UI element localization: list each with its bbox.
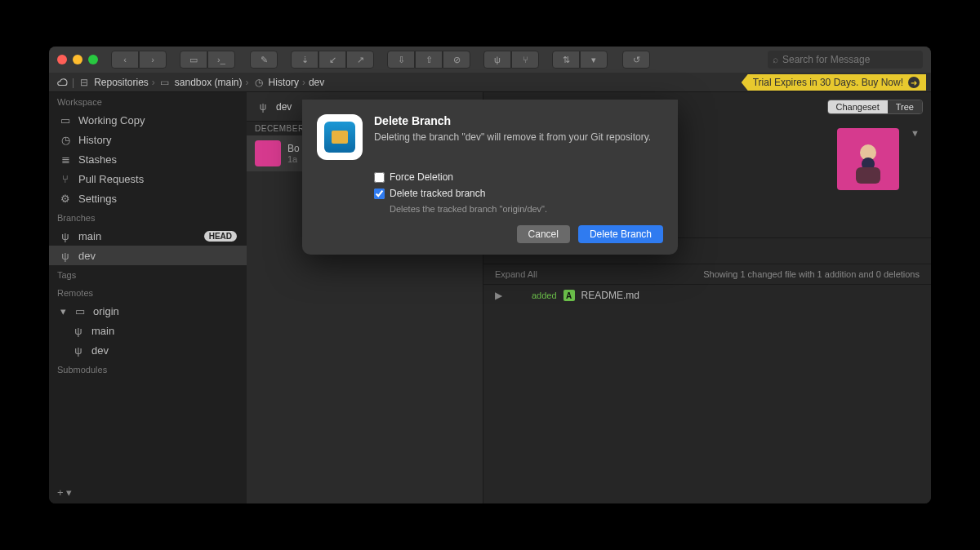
sidebar-item-history[interactable]: ◷History [49,130,247,149]
crumb-repositories[interactable]: Repositories [94,77,149,88]
expand-row: Expand All Showing 1 changed file with 1… [483,264,931,285]
gitflow-menu-button[interactable]: ▾ [580,51,608,69]
delete-tracked-label: Delete tracked branch [390,188,485,199]
search-input[interactable]: ⌕ Search for Message [768,51,923,69]
avatar-large [837,128,899,190]
fullscreen-window-icon[interactable] [88,55,98,64]
sidebar-item-working-copy[interactable]: ▭Working Copy [49,110,247,130]
commit-author: Bo [287,143,300,154]
commit-preview: 1a [287,154,300,164]
disclosure-icon[interactable]: ▼ [907,128,920,138]
force-deletion-checkbox[interactable]: Force Deletion [374,171,663,183]
search-icon: ⌕ [773,54,778,65]
commit-list-title: dev [276,101,292,113]
branch-main[interactable]: ψ main HEAD [49,226,247,246]
workspace-header: Workspace [49,92,247,110]
avatar [255,140,281,166]
remotes-header: Remotes [49,283,247,301]
tab-tree[interactable]: Tree [888,100,922,113]
expand-all-button[interactable]: Expand All [495,269,537,279]
history-crumb-icon: ◷ [252,77,265,88]
remote-origin[interactable]: ▾ ▭ origin [49,301,247,321]
remote-branch-dev[interactable]: ψdev [49,340,247,360]
nav-back-button[interactable]: ‹ [111,51,139,69]
branch-icon: ψ [59,250,72,262]
force-deletion-input[interactable] [374,172,385,183]
tools-button[interactable]: ✎ [250,51,278,69]
title-bar: ‹ › ▭ ›_ ✎ ⇣ ↙ ↗ ⇩ ⇧ ⊘ ψ ⑂ ⇅ ▾ ↺ [49,47,931,73]
submodules-header: Submodules [49,360,247,378]
minimize-window-icon[interactable] [73,55,82,64]
crumb-history[interactable]: History [269,77,299,88]
branch-icon: ψ [59,230,72,242]
sidebar: Workspace ▭Working Copy ◷History ≣Stashe… [49,92,247,503]
stashes-icon: ≣ [59,153,72,166]
branch-button[interactable]: ψ [483,51,511,69]
cancel-button[interactable]: Cancel [517,225,570,243]
sidebar-item-pull-requests[interactable]: ⑂Pull Requests [49,169,247,189]
svg-rect-2 [856,167,880,184]
gear-icon: ⚙ [59,193,72,205]
delete-tracked-input[interactable] [374,189,385,199]
cloud-icon [56,77,69,88]
file-status: added [532,291,557,300]
discard-button[interactable]: ⊘ [443,51,470,69]
changes-summary: Showing 1 changed file with 1 addition a… [703,269,920,279]
app-icon [317,114,363,160]
dialog-title: Delete Branch [374,114,651,127]
arrow-right-icon: ➜ [908,77,920,88]
disk-icon: ⊟ [78,77,91,88]
sidebar-item-settings[interactable]: ⚙Settings [49,189,247,208]
tab-changeset[interactable]: Changeset [828,100,888,113]
unstash-button[interactable]: ⇧ [415,51,443,69]
branch-icon: ψ [72,325,85,337]
finder-button[interactable]: ▭ [180,51,207,69]
sidebar-add-button[interactable]: + ▾ [49,481,247,503]
delete-tracked-checkbox[interactable]: Delete tracked branch [374,188,663,199]
terminal-button[interactable]: ›_ [207,51,235,69]
stash-button[interactable]: ⇩ [387,51,415,69]
branch-dev[interactable]: ψ dev [49,246,247,265]
view-segmented-control[interactable]: Changeset Tree [827,100,923,114]
undo-button[interactable]: ↺ [622,51,650,69]
confirm-delete-button[interactable]: Delete Branch [578,225,663,243]
gitflow-button[interactable]: ⇅ [552,51,580,69]
sidebar-item-stashes[interactable]: ≣Stashes [49,149,247,169]
remote-branch-main[interactable]: ψmain [49,321,247,340]
pull-request-icon: ⑂ [59,173,72,185]
head-badge: HEAD [204,231,237,242]
tags-header: Tags [49,265,247,283]
chevron-down-icon: ▾ [59,305,67,317]
history-icon: ◷ [59,134,72,146]
traffic-lights [57,55,98,64]
nav-forward-button[interactable]: › [139,51,167,69]
branch-icon: ψ [256,101,270,113]
merge-button[interactable]: ⑂ [511,51,539,69]
app-window: ‹ › ▭ ›_ ✎ ⇣ ↙ ↗ ⇩ ⇧ ⊘ ψ ⑂ ⇅ ▾ ↺ [49,47,931,503]
changed-file-row[interactable]: ▶ added A README.md [483,285,931,306]
chevron-right-icon: ▶ [495,290,502,301]
pull-button[interactable]: ↙ [318,51,346,69]
working-copy-icon: ▭ [59,114,72,126]
delete-tracked-description: Deletes the tracked branch "origin/dev". [390,204,663,214]
push-button[interactable]: ↗ [346,51,374,69]
file-name: README.md [581,290,639,301]
breadcrumb: | ⊟ Repositories › ▭ sandbox (main) › ◷ … [49,73,931,92]
dialog-description: Deleting the branch "dev" will remove it… [374,131,651,144]
trial-banner[interactable]: Trial Expires in 30 Days. Buy Now! ➜ [742,74,926,91]
branches-header: Branches [49,208,247,226]
folder-icon: ▭ [158,77,172,88]
trial-text: Trial Expires in 30 Days. Buy Now! [753,77,903,88]
delete-branch-dialog: Delete Branch Deleting the branch "dev" … [302,100,678,255]
force-deletion-label: Force Deletion [390,171,453,183]
branch-icon: ψ [72,344,85,357]
file-status-badge: A [564,290,575,301]
remote-icon: ▭ [74,305,87,317]
fetch-button[interactable]: ⇣ [291,51,318,69]
crumb-leaf[interactable]: dev [309,77,324,88]
crumb-repo[interactable]: sandbox (main) [175,77,243,88]
close-window-icon[interactable] [57,55,67,64]
search-placeholder: Search for Message [782,54,870,65]
